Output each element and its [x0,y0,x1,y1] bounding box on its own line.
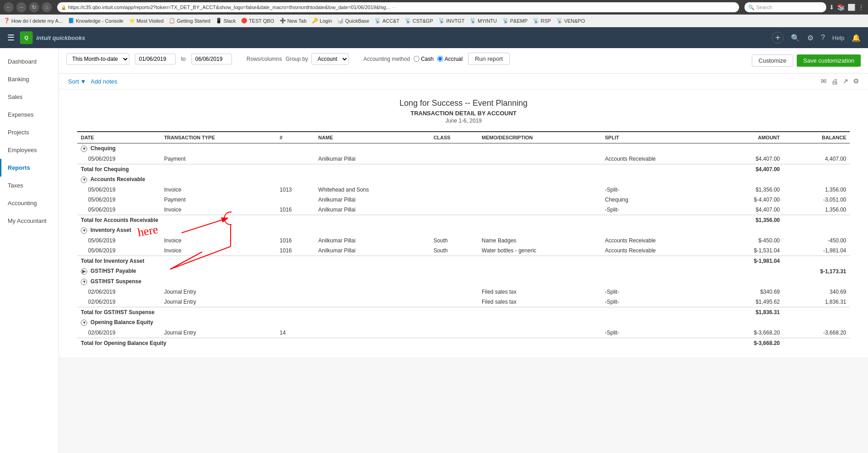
bookmark-venpо[interactable]: 📡 VEN&PO [557,18,585,24]
accounting-method-label: Accounting method [363,56,410,62]
gst-suspense-collapse-btn[interactable]: ▾ [81,279,87,285]
ar-collapse-btn[interactable]: ▾ [81,177,87,183]
to-date-input[interactable] [191,54,232,64]
search-icon[interactable]: 🔍 [791,34,800,42]
report-action-left: Sort ▼ Add notes [68,78,117,85]
cash-radio-label[interactable]: Cash [414,56,434,62]
sidebar-item-banking[interactable]: Banking [0,70,59,88]
hamburger-menu[interactable]: ☰ [7,33,15,43]
col-balance: BALANCE [784,132,850,143]
bookmark-slack[interactable]: 📱 Slack [216,18,236,24]
cell-num [276,154,315,164]
sidebar-item-taxes[interactable]: Taxes [0,177,59,194]
sort-button[interactable]: Sort ▼ [68,78,86,85]
url-bar[interactable]: 🔒 https://c35.qbo.intuit.com/app/reportv… [57,2,739,12]
add-icon[interactable]: + [772,32,784,44]
add-notes-button[interactable]: Add notes [91,78,118,85]
window-icon[interactable]: ⬜ [848,4,855,11]
back-button[interactable]: ← [4,2,14,12]
accrual-radio-label[interactable]: Accrual [437,56,463,62]
bookmark-how-do-i[interactable]: ❓ How do I delete my A... [4,18,63,24]
sidebar-item-expenses[interactable]: Expenses [0,106,59,123]
settings-gear-icon[interactable]: ⚙ [853,77,859,85]
content-area: This Month-to-date to Rows/columns Group… [59,48,868,453]
cash-radio[interactable] [414,56,419,62]
section-inventory-header: ▾ Inventory Asset [77,225,850,236]
bookmark-test-qbo[interactable]: 🔴 TEST QBO [241,18,274,24]
bookmark-getting-started[interactable]: 📋 Getting Started [169,18,210,24]
rows-columns-label: Rows/columns [247,56,282,62]
cell-split: Accounts Receivable [601,154,717,164]
help-icon[interactable]: ? [821,34,825,42]
menu-icon[interactable]: ⋮ [858,4,864,11]
home-button[interactable]: ⌂ [42,2,52,12]
inventory-total-row: Total for Inventory Asset $-1,981.04 [77,256,850,266]
table-row: 05/06/2019 Invoice 1016 Anilkumar Pillai… [77,246,850,256]
download-icon[interactable]: ⬇ [829,4,834,11]
sidebar-item-employees[interactable]: Employees [0,141,59,159]
run-report-button[interactable]: Run report [468,53,509,65]
sidebar-item-dashboard[interactable]: Dashboard [0,53,59,70]
accrual-label: Accrual [444,56,463,62]
col-split: SPLIT [601,132,717,143]
col-date: DATE [77,132,160,143]
forward-button[interactable]: → [16,2,26,12]
accrual-radio[interactable] [437,56,443,62]
bookmark-rsp[interactable]: 📡 RSP [533,18,551,24]
reload-button[interactable]: ↻ [29,2,39,12]
qb-topbar: ☰ Q intuit quickbooks + 🔍 ⚙ ? Help 🔔 [0,27,868,48]
sidebar-item-reports[interactable]: Reports [0,159,59,177]
customize-button[interactable]: Customize [752,54,793,67]
col-class: CLASS [430,132,478,143]
bookmark-new-tab[interactable]: ➕ New Tab [280,18,307,24]
notifications-icon[interactable]: 🔔 [852,34,861,42]
bookmark-knowledge[interactable]: 📘 Knowledge - Console [68,18,123,24]
report-content: Long for Success -- Event Planning TRANS… [59,89,868,357]
sort-label: Sort [68,78,79,85]
group-by-label: Group by [286,56,308,62]
table-row: 02/06/2019 Journal Entry Filed sales tax… [77,297,850,307]
obe-collapse-btn[interactable]: ▾ [81,320,87,326]
bookmark-paemp[interactable]: 📡 P&EMP [503,18,528,24]
chequing-total-label: Total for Chequing [77,164,717,175]
sidebar-item-accounting[interactable]: Accounting [0,194,59,212]
chequing-total-row: Total for Chequing $4,407.00 [77,164,850,175]
email-icon[interactable]: ✉ [821,77,827,85]
help-label[interactable]: Help [832,34,844,41]
save-customization-button[interactable]: Save customization [797,54,861,67]
gst-payable-total: $-1,173.31 [784,266,850,276]
qb-topbar-right: + 🔍 ⚙ ? Help 🔔 [772,32,861,44]
date-range-select[interactable]: This Month-to-date [66,53,129,65]
bookmarks-icon[interactable]: 📚 [837,4,845,11]
bookmark-quickbase[interactable]: 📊 QuickBase [337,18,369,24]
sidebar-item-sales[interactable]: Sales [0,88,59,106]
section-ar-header: ▾ Accounts Receivable [77,174,850,185]
group-by-select[interactable]: Account [311,53,349,65]
print-icon[interactable]: 🖨 [831,78,838,85]
bookmark-most-visited[interactable]: ⭐ Most Visited [129,18,164,24]
report-date-range: June 1-6, 2019 [77,118,850,124]
bookmarks-bar: ❓ How do I delete my A... 📘 Knowledge - … [0,15,868,27]
table-row: 05/06/2019 Invoice 1016 Anilkumar Pillai… [77,236,850,246]
from-date-input[interactable] [135,54,176,64]
inventory-collapse-btn[interactable]: ▾ [81,227,87,234]
ar-section-name: Accounts Receivable [90,176,145,182]
section-chequing-header: ▾ Chequing [77,143,850,154]
sidebar-item-my-accountant[interactable]: My Accountant [0,212,59,230]
chequing-total-amount: $4,407.00 [717,164,784,175]
bookmark-acct[interactable]: 📡 ACC&T [375,18,399,24]
bookmark-cstgp[interactable]: 📡 CST&GP [405,18,433,24]
cell-class [430,154,478,164]
table-header-row: DATE TRANSACTION TYPE # NAME CLASS MEMO/… [77,132,850,143]
bookmark-login[interactable]: 🔑 Login [312,18,332,24]
sidebar-item-projects[interactable]: Projects [0,123,59,141]
bookmark-myintu[interactable]: 📡 MYINTU [470,18,497,24]
browser-search-bar[interactable]: 🔍 Search [745,2,826,12]
to-label: to [181,56,186,62]
chequing-collapse-btn[interactable]: ▾ [81,146,87,152]
bookmark-invtgt[interactable]: 📡 INVTGT [439,18,464,24]
export-icon[interactable]: ↗ [843,77,848,85]
gst-payable-collapse-btn[interactable]: ▶ [81,268,87,275]
gst-suspense-total-row: Total for GST/HST Suspense $1,836.31 [77,307,850,318]
settings-icon[interactable]: ⚙ [807,34,814,42]
